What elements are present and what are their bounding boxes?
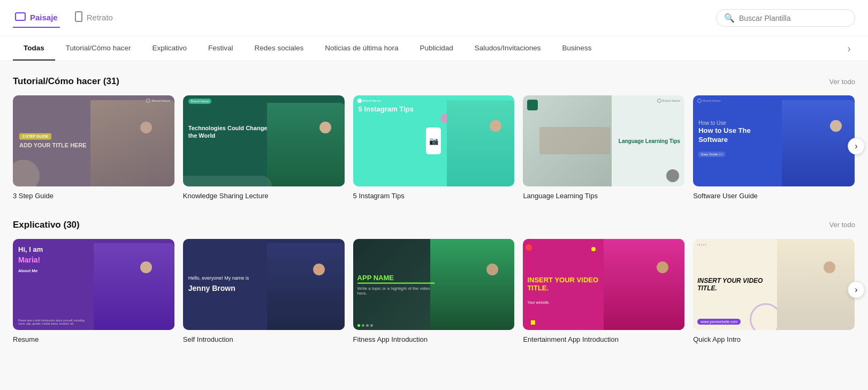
thumb-entertainment-bg: INSERT YOUR VIDEO TITLE. Your website. — [523, 239, 684, 330]
thumb-selfintro-person — [267, 243, 345, 329]
explicativo-section-header: Explicativo (30) Ver todo — [13, 220, 855, 230]
category-tab-noticias[interactable]: Noticias de última hora — [314, 36, 409, 61]
search-box[interactable]: 🔍 — [716, 9, 855, 27]
brand-icon — [657, 99, 661, 103]
category-tab-publicidad[interactable]: Publicidad — [409, 36, 463, 61]
thumb-knowledge-wave — [183, 176, 272, 186]
card-entertainment[interactable]: INSERT YOUR VIDEO TITLE. Your website. E… — [523, 239, 684, 344]
thumb-software-person — [782, 100, 855, 186]
card-label-knowledge: Knowledge Sharing Lecture — [183, 192, 269, 200]
thumb-3step-brand: Brand Name — [146, 99, 170, 103]
card-fitness[interactable]: APP NAME Write a topic or a highlight of… — [353, 239, 515, 344]
thumb-entertainment-dot3 — [531, 320, 535, 325]
thumb-resume-detail: Please give a brief introduction about y… — [18, 319, 91, 326]
category-next-button[interactable]: › — [843, 38, 855, 59]
thumb-3step-text: 3 STEP GUIDE ADD YOUR TITLE HERE — [19, 133, 87, 149]
explicativo-scroll-arrow[interactable]: › — [848, 281, 865, 298]
thumb-entertainment-dot2 — [591, 247, 596, 251]
thumb-knowledge-text: Technologies Could Change the World — [188, 124, 269, 140]
thumb-selfintro-text: Hello, everyone! My name is Jenny Brown — [188, 275, 277, 294]
category-tab-business[interactable]: Business — [552, 36, 603, 61]
thumb-3step-badge: 3 STEP GUIDE — [19, 133, 51, 140]
thumb-knowledge-brand: Brand Name — [188, 99, 212, 104]
tutorial-ver-todo[interactable]: Ver todo — [829, 78, 855, 86]
card-thumb-3step: Brand Name 3 STEP GUIDE ADD YOUR TITLE H… — [13, 95, 174, 186]
card-knowledge[interactable]: Brand Name Technologies Could Change the… — [183, 95, 345, 200]
card-resume[interactable]: Hi, I am Maria! About Me Please give a b… — [13, 239, 174, 344]
card-label-entertainment: Entertainment App Introduction — [523, 335, 619, 343]
category-bar: Todas Tutorial/Cómo hacer Explicativo Fe… — [0, 36, 868, 61]
card-label-resume: Resume — [13, 335, 39, 343]
thumb-selfintro-head — [313, 264, 325, 275]
thumb-quickapp-person — [777, 239, 855, 330]
thumb-knowledge-person — [267, 103, 345, 186]
thumb-fitness-bg: APP NAME Write a topic or a highlight of… — [353, 239, 515, 330]
thumb-resume-person — [94, 243, 174, 329]
thumb-language-person-sm — [666, 169, 679, 182]
explicativo-ver-todo[interactable]: Ver todo — [829, 221, 855, 229]
thumb-instagram-title: 5 Instagram Tips — [359, 105, 414, 113]
thumb-3step-circle — [13, 160, 40, 186]
thumb-instagram-bg: Brand Name 5 Instagram Tips — [353, 95, 515, 186]
tutorial-section-header: Tutorial/Cómo hacer (31) Ver todo — [13, 76, 855, 87]
thumb-software-bg: Brand Name How to Use How to Use The Sof… — [693, 95, 855, 186]
category-tab-festival[interactable]: Festival — [197, 36, 244, 61]
card-label-language: Language Learning Tips — [523, 192, 598, 200]
thumb-instagram-phone — [426, 128, 441, 154]
thumb-3step-bg: Brand Name 3 STEP GUIDE ADD YOUR TITLE H… — [13, 95, 174, 186]
tab-landscape[interactable]: Paisaje — [13, 8, 60, 28]
card-thumb-language: Language Learning Tips Brand Name — [523, 95, 684, 186]
card-3step[interactable]: Brand Name 3 STEP GUIDE ADD YOUR TITLE H… — [13, 95, 174, 200]
card-thumb-resume: Hi, I am Maria! About Me Please give a b… — [13, 239, 174, 330]
card-thumb-fitness: APP NAME Write a topic or a highlight of… — [353, 239, 515, 330]
card-thumb-instagram: Brand Name 5 Instagram Tips — [353, 95, 515, 186]
card-quickapp[interactable]: ///// INSERT YOUR VIDEO TITLE. www.yourw… — [693, 239, 855, 344]
card-language[interactable]: Language Learning Tips Brand Name Langua… — [523, 95, 684, 200]
card-label-selfintro: Self Introduction — [183, 335, 233, 343]
category-tab-redes[interactable]: Redes sociales — [244, 36, 315, 61]
category-tab-tutorial[interactable]: Tutorial/Cómo hacer — [55, 36, 142, 61]
thumb-fitness-person — [430, 239, 514, 330]
category-tab-explicativo[interactable]: Explicativo — [142, 36, 198, 61]
thumb-quickapp-badge: www.yourwebsite.com — [697, 319, 741, 325]
thumb-selfintro-bg: Hello, everyone! My name is Jenny Brown — [183, 239, 345, 330]
card-instagram[interactable]: Brand Name 5 Instagram Tips 5 Instagram … — [353, 95, 515, 200]
card-label-quickapp: Quick App Intro — [693, 335, 741, 343]
thumb-entertainment-dot1 — [526, 244, 532, 251]
search-icon: 🔍 — [724, 13, 735, 23]
thumb-entertainment-text: INSERT YOUR VIDEO TITLE. — [527, 276, 600, 292]
card-selfintro[interactable]: Hello, everyone! My name is Jenny Brown … — [183, 239, 345, 344]
category-tab-todas[interactable]: Todas — [13, 36, 55, 61]
thumb-entertainment-sub: Your website. — [527, 301, 550, 304]
thumb-software-brand: Brand Name — [697, 99, 721, 103]
thumb-3step-head — [140, 122, 152, 133]
tutorial-section-title: Tutorial/Cómo hacer (31) — [13, 76, 119, 87]
explicativo-cards-row: Hi, I am Maria! About Me Please give a b… — [13, 239, 855, 344]
thumb-language-accent — [527, 100, 538, 110]
tab-portrait-label: Retrato — [87, 13, 113, 22]
main-content: Tutorial/Cómo hacer (31) Ver todo Brand … — [0, 61, 868, 378]
tab-landscape-label: Paisaje — [30, 13, 58, 22]
card-software[interactable]: Brand Name How to Use How to Use The Sof… — [693, 95, 855, 200]
svg-rect-1 — [75, 12, 82, 21]
thumb-resume-bg: Hi, I am Maria! About Me Please give a b… — [13, 239, 174, 330]
portrait-icon — [75, 11, 82, 24]
card-label-3step: 3 Step Guide — [13, 192, 54, 200]
tutorial-scroll-arrow[interactable]: › — [848, 138, 865, 155]
explicativo-section: Explicativo (30) Ver todo Hi, I am Maria… — [13, 220, 855, 344]
svg-rect-0 — [16, 13, 25, 20]
card-thumb-entertainment: INSERT YOUR VIDEO TITLE. Your website. — [523, 239, 684, 330]
thumb-language-text: Language Learning Tips — [612, 137, 680, 144]
thumb-quickapp-head — [824, 261, 835, 273]
thumb-software-text: How to Use How to Use The Software — [698, 119, 779, 145]
thumb-quickapp-bg: ///// INSERT YOUR VIDEO TITLE. www.yourw… — [693, 239, 855, 330]
card-thumb-quickapp: ///// INSERT YOUR VIDEO TITLE. www.yourw… — [693, 239, 855, 330]
view-tabs: Paisaje Retrato — [13, 7, 115, 29]
thumb-3step-title: ADD YOUR TITLE HERE — [19, 142, 87, 149]
search-input[interactable] — [739, 14, 847, 22]
thumb-3step-person — [90, 100, 174, 186]
category-tab-saludos[interactable]: Saludos/Invitaciones — [464, 36, 552, 61]
thumb-entertainment-person — [604, 239, 684, 330]
tab-portrait[interactable]: Retrato — [73, 7, 115, 29]
brand-icon — [357, 99, 362, 103]
